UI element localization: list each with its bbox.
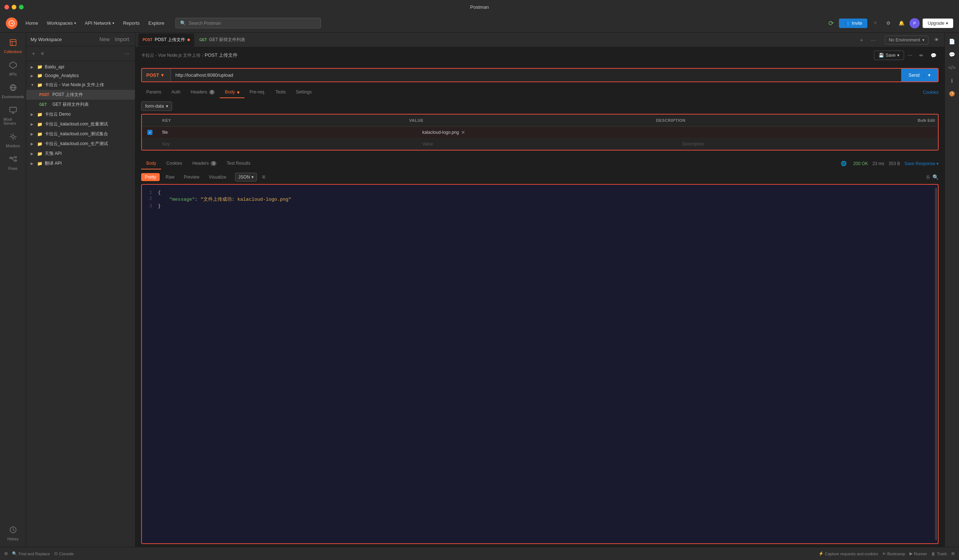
close-button[interactable] (4, 5, 9, 10)
comment-icon[interactable]: 💬 (929, 50, 938, 60)
grid-button[interactable]: ⊞ (951, 551, 955, 556)
req-tab-prereq[interactable]: Pre-req. (244, 86, 270, 98)
kv-empty-key[interactable]: Key (158, 138, 418, 150)
nav-reports[interactable]: Reports (119, 18, 143, 28)
req-tab-params[interactable]: Params (141, 86, 166, 98)
search-bar[interactable]: 🔍 Search Postman (175, 18, 321, 29)
invite-button[interactable]: 👥 Invite (839, 19, 867, 28)
collection-item-google[interactable]: ▶ 📁 Google_Analytics (26, 71, 135, 80)
edit-icon[interactable]: ✏ (916, 50, 926, 60)
kv-remove-button[interactable]: ✕ (461, 129, 465, 135)
bootcamp-button[interactable]: ⊳ Bootcamp (883, 551, 905, 556)
collection-item-kalacloud-vue[interactable]: ▼ 📁 卡拉云 - Vue Node.js 文件上传 (26, 80, 135, 90)
kv-value-cell[interactable]: kalacloud-logo.png ✕ (418, 127, 678, 138)
method-selector[interactable]: POST ▾ (142, 69, 171, 81)
maximize-button[interactable] (19, 5, 24, 10)
collection-item-kalacloud-batch[interactable]: ▶ 📁 卡拉云_kalacloud.com_批量测试 (26, 119, 135, 129)
collection-item-kalacloud-prod[interactable]: ▶ 📁 卡拉云_kalacloud.com_生产测试 (26, 139, 135, 149)
environment-selector[interactable]: No Environment ▾ (885, 36, 929, 45)
search-response-icon[interactable]: 🔍 (932, 174, 938, 180)
filter-icon[interactable]: ≡ (262, 174, 265, 180)
capture-button[interactable]: ⚡ Capture requests and cookies (819, 551, 878, 556)
runner-button[interactable]: ▶ Runner (910, 551, 927, 556)
tab-get-files[interactable]: GET GET 获得文件列表 (195, 33, 250, 46)
nav-explore[interactable]: Explore (145, 18, 168, 28)
checkbox-checked[interactable]: ✓ (147, 130, 153, 135)
settings-icon[interactable]: ⚙ (883, 18, 894, 29)
cookies-link[interactable]: Cookies (923, 90, 938, 95)
eye-icon[interactable]: 👁 (931, 35, 941, 45)
right-icon-code[interactable]: </> (946, 62, 958, 73)
kv-empty-desc[interactable]: Description (678, 138, 938, 150)
right-icon-info[interactable]: ℹ (946, 75, 958, 86)
add-tab-button[interactable]: + (857, 36, 866, 45)
sidebar-item-environments[interactable]: Environments (2, 81, 24, 102)
sidebar-item-monitors[interactable]: Monitors (2, 130, 24, 151)
sidebar-item-apis[interactable]: APIs (2, 58, 24, 79)
req-tab-headers[interactable]: Headers 8 (186, 86, 220, 98)
sidebar-item-history[interactable]: History (2, 523, 24, 544)
tab-post-upload[interactable]: POST POST 上传文件 (138, 33, 194, 46)
save-response-button[interactable]: Save Response ▾ (905, 161, 938, 166)
more-options-icon[interactable]: ··· (123, 49, 131, 58)
format-raw-button[interactable]: Raw (162, 173, 178, 181)
new-button[interactable]: New (98, 35, 111, 44)
format-visualize-button[interactable]: Visualize (205, 173, 230, 181)
url-input[interactable] (171, 69, 901, 81)
sync-icon[interactable]: ⟳ (826, 18, 836, 29)
resp-tab-body[interactable]: Body (141, 158, 161, 169)
tab-more-button[interactable]: ··· (868, 36, 878, 45)
right-icon-comment[interactable]: 💬 (946, 49, 958, 60)
copy-icon[interactable]: ⎘ (927, 174, 930, 180)
req-tab-auth[interactable]: Auth (166, 86, 186, 98)
notifications-icon[interactable]: 🔔 (897, 18, 906, 29)
req-tab-settings[interactable]: Settings (291, 86, 317, 98)
collection-item-kalacloud-demo[interactable]: ▶ 📁 卡拉云 Demo (26, 110, 135, 119)
code-scrollbar[interactable] (935, 188, 937, 540)
save-icon: 💾 (879, 53, 884, 58)
request-item-get-files[interactable]: GET GET 获得文件列表 (26, 100, 135, 110)
format-pretty-button[interactable]: Pretty (141, 173, 160, 181)
request-item-post-upload[interactable]: POST POST 上传文件 (26, 90, 135, 100)
collection-tree: ▶ 📁 Baidu_api ▶ 📁 Google_Analytics ▼ 📁 卡… (26, 61, 135, 547)
save-more-button[interactable]: ··· (906, 51, 914, 60)
upgrade-button[interactable]: Upgrade ▾ (922, 19, 953, 28)
req-tab-tests[interactable]: Tests (270, 86, 291, 98)
collection-item-kalacloud-test[interactable]: ▶ 📁 卡拉云_kalacloud.com_测试集合 (26, 129, 135, 139)
resp-tab-test-results[interactable]: Test Results (221, 158, 255, 169)
sidebar-item-flows[interactable]: Flows (2, 152, 24, 173)
trash-button[interactable]: 🗑 Trash (931, 552, 947, 556)
save-button[interactable]: 💾 Save ▾ (874, 51, 904, 60)
bottom-layout-button[interactable]: ⊞ (4, 551, 8, 556)
fork-icon[interactable]: ⑂ (870, 18, 881, 29)
minimize-button[interactable] (12, 5, 16, 10)
format-preview-button[interactable]: Preview (180, 173, 203, 181)
req-tab-body[interactable]: Body (220, 86, 244, 98)
sidebar-item-mock-servers[interactable]: Mock Servers (2, 103, 24, 128)
right-icon-cookies[interactable]: 🍪 (946, 88, 958, 100)
add-collection-button[interactable]: + (30, 49, 37, 58)
send-button[interactable]: Send | ▾ (901, 69, 938, 81)
collection-item-fanyi[interactable]: ▶ 📁 翻译 API (26, 159, 135, 169)
nav-home[interactable]: Home (22, 18, 42, 28)
right-icon-doc[interactable]: 📄 (946, 36, 958, 47)
collection-item-baidu[interactable]: ▶ 📁 Baidu_api (26, 62, 135, 71)
kv-empty-value[interactable]: Value (418, 138, 678, 150)
kv-checkbox[interactable]: ✓ (142, 130, 158, 135)
resp-tab-cookies[interactable]: Cookies (161, 158, 187, 169)
avatar[interactable]: P (910, 18, 920, 29)
collection-item-tianyuan[interactable]: ▶ 📁 天预 API (26, 149, 135, 159)
body-type-selector[interactable]: form-data ▾ (141, 102, 172, 111)
kv-bulk-edit-header[interactable]: Bulk Edit (914, 117, 938, 124)
import-button[interactable]: Import (113, 35, 131, 44)
find-replace-button[interactable]: 🔍 Find and Replace (12, 551, 50, 556)
language-selector[interactable]: JSON ▾ (235, 173, 257, 181)
kv-desc-cell[interactable] (678, 129, 938, 135)
resp-tab-headers[interactable]: Headers 9 (187, 158, 221, 169)
sidebar-item-collections[interactable]: Collections (2, 36, 24, 57)
kv-key-cell[interactable]: file (158, 127, 418, 138)
nav-api-network[interactable]: API Network ▾ (81, 18, 118, 28)
sort-icon[interactable]: ≡ (39, 49, 45, 58)
console-button[interactable]: ⊡ Console (54, 551, 73, 556)
nav-workspaces[interactable]: Workspaces ▾ (43, 18, 80, 28)
